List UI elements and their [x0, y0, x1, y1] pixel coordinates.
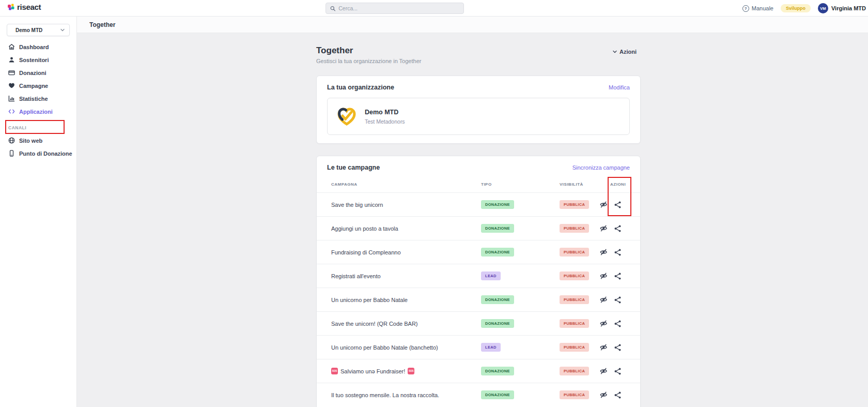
- modifica-link[interactable]: Modifica: [609, 84, 630, 91]
- tipo-cell: LEAD: [481, 336, 501, 359]
- sidebar: Demo MTD Dashboard Sostenitori Donazioni: [0, 17, 77, 407]
- visibilita-badge: PUBBLICA: [560, 295, 589, 304]
- share-campaign-button[interactable]: [614, 249, 621, 256]
- table-row[interactable]: Un unicorno per Babbo Natale (banchetto)…: [317, 335, 640, 359]
- search-input[interactable]: [326, 3, 464, 14]
- campaign-name-cell: Aggiungi un posto a tavola: [331, 217, 398, 240]
- eye-off-icon: [600, 320, 608, 327]
- hide-campaign-button[interactable]: [600, 273, 608, 279]
- share-icon: [614, 391, 621, 399]
- hide-campaign-button[interactable]: [600, 225, 608, 232]
- table-row[interactable]: Aggiungi un posto a tavola DONAZIONE PUB…: [317, 216, 640, 240]
- sidebar-item-label: Sostenitori: [19, 57, 49, 63]
- sidebar-item-sito-web[interactable]: Sito web: [0, 134, 76, 147]
- sidebar-item-campagne[interactable]: Campagne: [0, 79, 76, 92]
- azioni-cell: [600, 193, 621, 216]
- campaign-name-cell: Il tuo sostegno mensile. La nostra racco…: [331, 383, 439, 406]
- tipo-cell: DONAZIONE: [481, 240, 514, 264]
- campaign-name-cell: Save the unicorn! (QR Code BAR): [331, 312, 418, 335]
- campaign-name: Fundraising di Compleanno: [331, 249, 401, 255]
- table-row[interactable]: Il tuo sostegno mensile. La nostra racco…: [317, 383, 640, 406]
- sidebar-section-canali: CANALI: [0, 121, 76, 134]
- campaign-name: Il tuo sostegno mensile. La nostra racco…: [331, 392, 439, 398]
- organization-selector[interactable]: Demo MTD: [7, 24, 70, 36]
- sidebar-item-statistiche[interactable]: Statistiche: [0, 92, 76, 105]
- tipo-badge: DONAZIONE: [481, 367, 514, 375]
- table-row[interactable]: Save the big unicorn DONAZIONE PUBBLICA: [317, 192, 640, 216]
- hide-campaign-button[interactable]: [600, 391, 608, 398]
- share-campaign-button[interactable]: [614, 201, 621, 208]
- visibilita-cell: PUBBLICA: [560, 288, 589, 311]
- sidebar-item-applicazioni[interactable]: Applicazioni: [0, 105, 76, 118]
- table-row[interactable]: Fundraising di Compleanno DONAZIONE PUBB…: [317, 240, 640, 264]
- logo-text: riseact: [17, 3, 41, 11]
- hide-campaign-button[interactable]: [600, 368, 608, 374]
- share-campaign-button[interactable]: [614, 296, 621, 304]
- organization-card: La tua organizzazione Modifica Demo MTD …: [316, 76, 641, 144]
- share-campaign-button[interactable]: [614, 225, 621, 232]
- sidebar-item-label: Applicazioni: [19, 109, 53, 115]
- share-icon: [614, 273, 621, 280]
- column-header-visibilita: VISIBILITÀ: [560, 182, 583, 187]
- hide-campaign-button[interactable]: [600, 296, 608, 303]
- campaign-name-cell: Un unicorno per Babbo Natale: [331, 288, 408, 311]
- azioni-cell: [600, 288, 621, 311]
- hide-campaign-button[interactable]: [600, 320, 608, 327]
- sidebar-item-donazioni[interactable]: Donazioni: [0, 66, 76, 79]
- eye-off-icon: [600, 273, 608, 279]
- hide-campaign-button[interactable]: [600, 344, 608, 351]
- sidebar-item-label: Sito web: [19, 138, 42, 144]
- eye-off-icon: [600, 368, 608, 374]
- topbar: riseact ? Manuale Sviluppo VM Virginia M…: [0, 0, 868, 17]
- share-icon: [614, 320, 621, 327]
- sidebar-item-punto-di-donazione[interactable]: Punto di Donazione: [0, 147, 76, 160]
- page-subtitle: Gestisci la tua organizzazione in Togeth…: [316, 58, 641, 64]
- sincronizza-campagne-link[interactable]: Sincronizza campagne: [572, 164, 630, 171]
- sidebar-item-label: Campagne: [19, 83, 48, 89]
- azioni-cell: [600, 264, 621, 288]
- share-campaign-button[interactable]: [614, 320, 621, 327]
- table-row[interactable]: Save the unicorn! (QR Code BAR) DONAZION…: [317, 311, 640, 335]
- organization-row[interactable]: Demo MTD Test Metadonors: [327, 98, 630, 135]
- azioni-dropdown-button[interactable]: Azioni: [613, 49, 637, 55]
- hide-campaign-button[interactable]: [600, 249, 608, 255]
- search-field[interactable]: [338, 5, 459, 11]
- table-row[interactable]: Registrati all'evento LEAD PUBBLICA: [317, 264, 640, 288]
- visibilita-badge: PUBBLICA: [560, 367, 589, 375]
- campaign-name-cell: Un unicorno per Babbo Natale (banchetto): [331, 336, 438, 359]
- tipo-cell: DONAZIONE: [481, 193, 514, 216]
- table-row[interactable]: SOS Salviamo unə Fundraiser! SOS DONAZIO…: [317, 359, 640, 383]
- manuale-link[interactable]: ? Manuale: [742, 5, 773, 12]
- azioni-cell: [600, 359, 621, 383]
- sidebar-item-sostenitori[interactable]: Sostenitori: [0, 53, 76, 66]
- campaign-name: Save the unicorn! (QR Code BAR): [331, 321, 418, 327]
- visibilita-badge: PUBBLICA: [560, 248, 589, 257]
- tipo-cell: DONAZIONE: [481, 217, 514, 240]
- home-icon: [8, 43, 15, 50]
- share-campaign-button[interactable]: [614, 344, 621, 351]
- share-campaign-button[interactable]: [614, 391, 621, 399]
- tipo-badge: LEAD: [481, 343, 501, 352]
- tipo-badge: DONAZIONE: [481, 248, 514, 257]
- visibilita-cell: PUBBLICA: [560, 264, 589, 288]
- campaign-name: Aggiungi un posto a tavola: [331, 225, 398, 232]
- share-campaign-button[interactable]: [614, 273, 621, 280]
- azioni-cell: [600, 383, 621, 406]
- page-title: Together: [316, 46, 641, 56]
- visibilita-badge: PUBBLICA: [560, 224, 589, 233]
- user-menu[interactable]: VM Virginia MTD: [818, 3, 866, 13]
- table-row[interactable]: Un unicorno per Babbo Natale DONAZIONE P…: [317, 288, 640, 311]
- campaigns-card: Le tue campagne Sincronizza campagne CAM…: [316, 156, 641, 407]
- breadcrumb: Together: [89, 21, 115, 28]
- sidebar-item-dashboard[interactable]: Dashboard: [0, 40, 76, 53]
- azioni-cell: [600, 217, 621, 240]
- tipo-badge: DONAZIONE: [481, 390, 514, 399]
- app-logo[interactable]: riseact: [7, 3, 41, 11]
- help-icon: ?: [742, 5, 749, 12]
- share-icon: [614, 368, 621, 375]
- sidebar-item-label: Statistiche: [19, 96, 48, 102]
- azioni-cell: [600, 240, 621, 264]
- campaigns-card-title: Le tue campagne: [327, 164, 380, 171]
- share-campaign-button[interactable]: [614, 368, 621, 375]
- hide-campaign-button[interactable]: [600, 201, 608, 208]
